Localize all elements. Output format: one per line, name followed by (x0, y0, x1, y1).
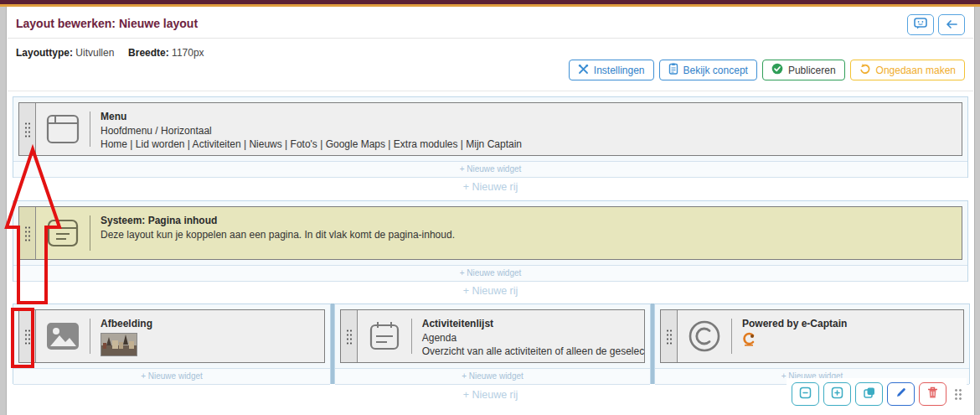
check-circle-icon (771, 63, 783, 77)
bekijk-concept-button[interactable]: Bekijk concept (659, 60, 757, 80)
widget-description: Deze layout kun je koppelen aan een pagi… (101, 228, 455, 242)
comment-icon (914, 18, 927, 33)
publiceren-label: Publiceren (788, 65, 836, 76)
pencil-icon (895, 386, 907, 402)
page-gutter-right (974, 7, 980, 415)
layouttype-value: Uitvullen (75, 47, 114, 59)
undo-icon (859, 63, 871, 77)
activiteitenlijst-widget-text: Activiteitenlijst Agenda Overzicht van a… (412, 310, 644, 362)
header-buttons (907, 14, 965, 35)
drag-dots-icon (24, 122, 31, 137)
drag-handle[interactable] (341, 310, 358, 362)
systeem-widget[interactable]: Systeem: Pagina inhoud Deze layout kun j… (18, 206, 962, 260)
widget-title: Powered by e-Captain (742, 317, 847, 331)
widget-title: Activiteitenlijst (422, 317, 634, 331)
afbeelding-widget-text: Afbeelding (90, 310, 162, 362)
duplicate-icon (863, 386, 875, 402)
action-buttons: Instellingen Bekijk concept Publiceren O… (569, 60, 965, 80)
collapse-row-button[interactable] (792, 382, 819, 406)
expand-icon (831, 386, 843, 402)
collapse-icon (799, 386, 812, 402)
duplicate-row-button[interactable] (855, 382, 883, 406)
feedback-button[interactable] (907, 14, 934, 35)
section-divider (8, 91, 973, 91)
drag-dots-icon (666, 329, 673, 345)
ongedaan-maken-label: Ongedaan maken (876, 65, 956, 76)
header-divider (8, 38, 973, 39)
afbeelding-widget[interactable]: Afbeelding (18, 309, 325, 363)
image-thumbnail (101, 333, 137, 356)
drag-handle[interactable] (19, 310, 36, 362)
expand-row-button[interactable] (823, 382, 851, 406)
powered-by-widget[interactable]: Powered by e-Captain (660, 309, 964, 363)
widget-title: Menu (101, 110, 522, 124)
new-widget-button[interactable]: + Nieuwe widget (13, 265, 967, 282)
copyright-icon (678, 310, 731, 362)
new-widget-button[interactable]: + Nieuwe widget (13, 161, 967, 178)
widget-title: Afbeelding (101, 317, 152, 331)
layout-cell-afbeelding: Afbeelding + Nieuwe widget (13, 303, 331, 384)
widget-subtitle: Hoofdmenu / Horizontaal (101, 124, 522, 138)
new-widget-button[interactable]: + Nieuwe widget (13, 368, 330, 385)
activiteitenlijst-widget[interactable]: Activiteitenlijst Agenda Overzicht van a… (340, 309, 645, 363)
breedte-value: 1170px (172, 47, 204, 59)
tools-icon (578, 64, 589, 77)
powered-by-widget-text: Powered by e-Captain (732, 310, 857, 362)
instellingen-label: Instellingen (594, 65, 645, 76)
publiceren-button[interactable]: Publiceren (762, 60, 845, 80)
widget-detail: Home | Lid worden | Activiteiten | Nieuw… (101, 137, 522, 152)
trash-icon (927, 386, 938, 402)
layout-meta: Layouttype: Uitvullen Breedte: 1170px (16, 47, 204, 59)
toolbar-drag-handle[interactable] (954, 388, 962, 401)
layouttype-label: Layouttype: (16, 47, 73, 59)
layout-editor-page: { "header": { "title": "Layout bewerken:… (0, 0, 980, 415)
back-arrow-icon (946, 18, 958, 33)
widget-subtitle: Agenda (422, 331, 634, 345)
drag-dots-icon (24, 329, 31, 345)
image-icon (36, 310, 90, 362)
browser-window-icon (36, 103, 90, 155)
page-gutter-left (0, 7, 7, 415)
instellingen-button[interactable]: Instellingen (569, 60, 654, 80)
e-captain-logo (742, 332, 847, 351)
drag-dots-icon (24, 226, 31, 241)
row-toolbar (787, 378, 967, 410)
new-widget-button[interactable]: + Nieuwe widget (335, 368, 650, 385)
widget-detail: Overzicht van alle activiteiten of allee… (422, 345, 634, 359)
ongedaan-maken-button[interactable]: Ongedaan maken (850, 60, 965, 80)
systeem-widget-text: Systeem: Pagina inhoud Deze layout kun j… (90, 207, 465, 259)
new-row-button[interactable]: + Nieuwe rij (8, 181, 973, 193)
page-title: Layout bewerken: Nieuwe layout (16, 17, 198, 30)
drag-handle[interactable] (661, 310, 678, 362)
bekijk-concept-label: Bekijk concept (683, 65, 748, 76)
calendar-icon (358, 310, 411, 362)
back-button[interactable] (938, 14, 965, 35)
menu-widget[interactable]: Menu Hoofdmenu / Horizontaal Home | Lid … (18, 102, 962, 156)
drag-dots-icon (346, 329, 353, 345)
layout-cell-powered-by: Powered by e-Captain + Nieuwe widget (654, 303, 970, 384)
layout-row-menu: Menu Hoofdmenu / Horizontaal Home | Lid … (13, 96, 968, 178)
drag-handle[interactable] (19, 207, 36, 259)
layout-editor-panel: Layout bewerken: Nieuwe layout Layouttyp… (8, 7, 973, 415)
document-icon (668, 63, 678, 77)
breedte-label: Breedte: (128, 47, 169, 59)
widget-title: Systeem: Pagina inhoud (101, 214, 455, 228)
edit-row-button[interactable] (887, 382, 915, 406)
layout-cell-activiteiten: Activiteitenlijst Agenda Overzicht van a… (334, 303, 651, 384)
new-row-button[interactable]: + Nieuwe rij (8, 285, 973, 297)
page-layout-icon (36, 207, 90, 259)
menu-widget-text: Menu Hoofdmenu / Horizontaal Home | Lid … (90, 103, 532, 155)
drag-handle[interactable] (19, 103, 36, 155)
layout-row-systeem: Systeem: Pagina inhoud Deze layout kun j… (13, 200, 968, 282)
delete-row-button[interactable] (919, 382, 946, 406)
